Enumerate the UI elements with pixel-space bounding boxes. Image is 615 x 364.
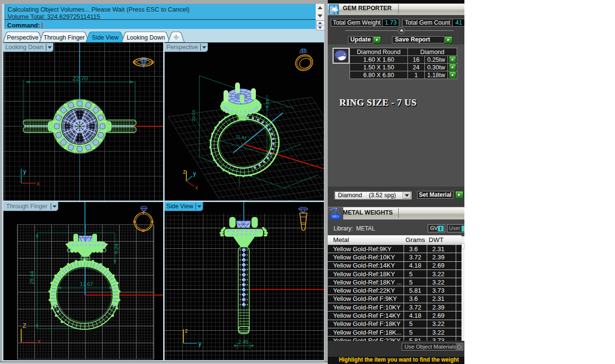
svg-text:x: x: [37, 180, 40, 187]
svg-text:y: y: [23, 168, 26, 175]
svg-text:20.24: 20.24: [191, 110, 196, 121]
svg-text:y: y: [193, 170, 196, 177]
svg-text:28.44: 28.44: [29, 271, 35, 284]
svg-text:z: z: [185, 327, 188, 334]
svg-text:Through Finger: Through Finger: [43, 34, 84, 41]
svg-text:Perspective: Perspective: [7, 34, 38, 41]
svg-text:9.24: 9.24: [113, 243, 119, 254]
svg-text:Looking Down: Looking Down: [126, 34, 165, 41]
svg-text:22.70: 22.70: [72, 75, 87, 82]
svg-text:x: x: [38, 338, 41, 345]
svg-text:Side View: Side View: [92, 34, 119, 41]
svg-text:17.67: 17.67: [80, 281, 93, 287]
svg-text:2.45: 2.45: [238, 339, 248, 345]
svg-text:y: y: [198, 340, 201, 347]
svg-text:x: x: [195, 184, 198, 191]
svg-text:Z: Z: [23, 323, 26, 329]
svg-text:9.24: 9.24: [265, 99, 270, 108]
svg-text:z: z: [183, 168, 186, 175]
